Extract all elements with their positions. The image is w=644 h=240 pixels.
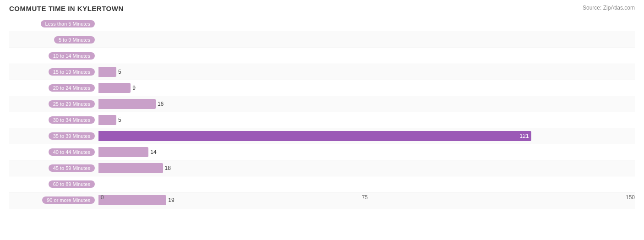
bar-label: 5 to 9 Minutes [9, 36, 98, 44]
x-tick-75: 75 [362, 194, 368, 201]
bar-fill [98, 67, 116, 77]
bar-fill [98, 147, 148, 157]
table-row: 40 to 44 Minutes14 [9, 144, 635, 160]
bar-track: 16 [98, 96, 635, 112]
bar-label-pill: 90 or more Minutes [42, 196, 95, 204]
table-row: 45 to 59 Minutes18 [9, 160, 635, 176]
bar-label: 15 to 19 Minutes [9, 68, 98, 76]
bar-track: 121 [98, 128, 635, 144]
chart-area: Less than 5 Minutes5 to 9 Minutes10 to 1… [9, 16, 635, 206]
bar-label-pill: 30 to 34 Minutes [49, 116, 95, 124]
bar-label-pill: 60 to 89 Minutes [49, 180, 95, 188]
bar-track: 9 [98, 80, 635, 96]
bar-track: 18 [98, 160, 635, 176]
bar-label-pill: 10 to 14 Minutes [49, 52, 95, 60]
table-row: 5 to 9 Minutes [9, 32, 635, 48]
bar-label: 90 or more Minutes [9, 196, 98, 204]
bar-value: 14 [150, 149, 644, 155]
table-row: 10 to 14 Minutes [9, 48, 635, 64]
bar-label-pill: 45 to 59 Minutes [49, 164, 95, 172]
chart-title: COMMUTE TIME IN KYLERTOWN [9, 5, 635, 12]
bar-track [98, 32, 635, 48]
bar-fill [98, 99, 156, 109]
bar-value: 121 [520, 133, 529, 139]
bar-track [98, 176, 635, 192]
bar-label-pill: 20 to 24 Minutes [49, 84, 95, 92]
bar-value: 18 [165, 165, 644, 171]
table-row: 30 to 34 Minutes5 [9, 112, 635, 128]
bar-fill [98, 83, 131, 93]
bar-label: 20 to 24 Minutes [9, 84, 98, 92]
bar-fill [98, 115, 116, 125]
bar-fill: 121 [98, 131, 531, 141]
bar-label-pill: 40 to 44 Minutes [49, 148, 95, 156]
bar-label: 45 to 59 Minutes [9, 164, 98, 172]
x-tick-150: 150 [626, 194, 635, 201]
bar-track [98, 48, 635, 64]
bar-fill [98, 163, 163, 173]
bar-value: 5 [118, 117, 644, 123]
bar-label: 40 to 44 Minutes [9, 148, 98, 156]
bar-label: Less than 5 Minutes [9, 20, 98, 27]
bar-track [98, 16, 635, 32]
table-row: 15 to 19 Minutes5 [9, 64, 635, 80]
bar-label-pill: 35 to 39 Minutes [49, 132, 95, 140]
bar-label: 60 to 89 Minutes [9, 180, 98, 188]
table-row: 25 to 29 Minutes16 [9, 96, 635, 112]
table-row: 60 to 89 Minutes [9, 176, 635, 192]
bar-track: 14 [98, 144, 635, 160]
x-axis: 0 75 150 [101, 192, 635, 206]
table-row: 20 to 24 Minutes9 [9, 80, 635, 96]
bar-label: 10 to 14 Minutes [9, 52, 98, 60]
rows-area: Less than 5 Minutes5 to 9 Minutes10 to 1… [9, 16, 635, 192]
bar-label: 30 to 34 Minutes [9, 116, 98, 124]
bar-value: 5 [118, 69, 644, 75]
chart-container: COMMUTE TIME IN KYLERTOWN Source: ZipAtl… [0, 0, 644, 240]
bar-label: 35 to 39 Minutes [9, 132, 98, 140]
bar-label-pill: 25 to 29 Minutes [49, 100, 95, 108]
table-row: 35 to 39 Minutes121 [9, 128, 635, 144]
bar-track: 5 [98, 112, 635, 128]
bar-label-pill: Less than 5 Minutes [41, 20, 95, 27]
bar-value: 16 [158, 101, 644, 107]
source-label: Source: ZipAtlas.com [583, 5, 635, 11]
bar-label-pill: 5 to 9 Minutes [54, 36, 95, 44]
bar-value: 9 [132, 85, 644, 91]
bar-track: 5 [98, 64, 635, 80]
bar-label-pill: 15 to 19 Minutes [49, 68, 95, 76]
table-row: Less than 5 Minutes [9, 16, 635, 32]
x-tick-0: 0 [101, 194, 104, 201]
bar-label: 25 to 29 Minutes [9, 100, 98, 108]
